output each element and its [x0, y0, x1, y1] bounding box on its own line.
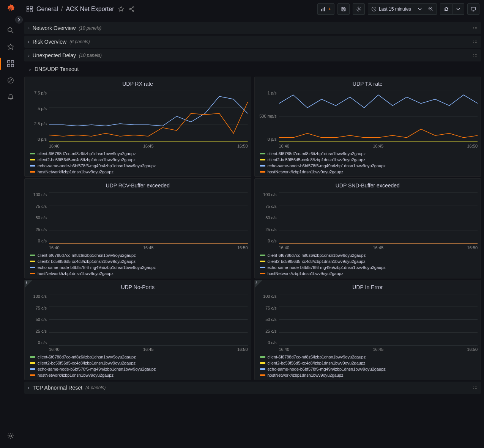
legend-swatch: [260, 165, 265, 167]
star-dashboard-button[interactable]: [117, 5, 125, 13]
drag-handle-icon[interactable]: [473, 54, 477, 57]
legend-item[interactable]: client2-bc59f56d5-xc4c8/izbp1dnsn1bwv9oy…: [30, 157, 248, 163]
sidebar-item-alerting[interactable]: [3, 90, 18, 105]
panel-udp-no-ports[interactable]: i UDP No-Ports 0 c/s25 c/s50 c/s75 c/s10…: [24, 280, 251, 380]
legend-item[interactable]: client-6f6788d7cc-mf8z6/izbp1dnsn1bwv9oy…: [30, 252, 248, 258]
svg-point-2: [8, 28, 12, 32]
legend-item[interactable]: echo-same-node-b6bf578f6-mg49n/izbp1dnsn…: [260, 264, 478, 270]
legend-label: client-6f6788d7cc-mf8z6/izbp1dnsn1bwv9oy…: [268, 151, 366, 156]
dashboard-settings-button[interactable]: [353, 3, 365, 15]
legend-item[interactable]: client-6f6788d7cc-mf8z6/izbp1dnsn1bwv9oy…: [30, 151, 248, 157]
legend-item[interactable]: client-6f6788d7cc-mf8z6/izbp1dnsn1bwv9oy…: [260, 151, 478, 157]
row-dns-udp-timeout[interactable]: ⌄ DNS/UDP Timeout: [24, 63, 481, 75]
sidebar-item-search[interactable]: [3, 23, 18, 38]
panel-udp-rx-rate[interactable]: UDP RX rate 0 p/s2.5 p/s5 p/s7.5 p/s 16:…: [24, 77, 251, 177]
sidebar-expand-toggle[interactable]: [15, 16, 23, 24]
legend-item[interactable]: client2-bc59f56d5-xc4c8/izbp1dnsn1bwv9oy…: [30, 360, 248, 366]
refresh-interval-picker[interactable]: [452, 3, 464, 15]
legend-item[interactable]: echo-same-node-b6bf578f6-mg49n/izbp1dnsn…: [30, 366, 248, 372]
legend-item[interactable]: hostNetwork/izbp1dnsn1bwv9oyu2gaupz: [30, 270, 248, 277]
legend-swatch: [260, 159, 265, 160]
svg-point-14: [129, 8, 131, 10]
y-axis: 0 c/s25 c/s50 c/s75 c/s100 c/s: [258, 294, 279, 346]
legend-swatch: [30, 362, 35, 364]
x-axis: 16:4016:4516:50: [49, 346, 248, 352]
chevron-down-icon: [456, 7, 460, 11]
row-title: Network Overview: [33, 25, 76, 31]
legend-item[interactable]: client2-bc59f56d5-xc4c8/izbp1dnsn1bwv9oy…: [260, 157, 478, 163]
svg-rect-11: [30, 6, 33, 8]
legend-item[interactable]: client2-bc59f56d5-xc4c8/izbp1dnsn1bwv9oy…: [260, 360, 478, 366]
legend: client-6f6788d7cc-mf8z6/izbp1dnsn1bwv9oy…: [258, 352, 478, 378]
save-icon: [341, 6, 346, 12]
add-panel-button[interactable]: +: [317, 3, 334, 15]
row-title: DNS/UDP Timeout: [35, 66, 79, 72]
svg-rect-27: [471, 7, 475, 10]
legend-swatch: [260, 171, 265, 173]
row-network-overview[interactable]: › Network Overview (10 panels): [24, 22, 481, 34]
svg-point-16: [132, 10, 134, 12]
legend-label: client2-bc59f56d5-xc4c8/izbp1dnsn1bwv9oy…: [268, 361, 366, 365]
chart-plot: [279, 294, 478, 346]
legend-item[interactable]: hostNetwork/izbp1dnsn1bwv9oyu2gaupz: [260, 372, 478, 378]
legend-item[interactable]: echo-same-node-b6bf578f6-mg49n/izbp1dnsn…: [260, 366, 478, 372]
legend-label: echo-same-node-b6bf578f6-mg49n/izbp1dnsn…: [268, 163, 386, 168]
chart-plot: [279, 192, 478, 244]
legend-item[interactable]: client-6f6788d7cc-mf8z6/izbp1dnsn1bwv9oy…: [260, 252, 478, 258]
svg-rect-13: [30, 9, 33, 12]
sidebar-item-explore[interactable]: [3, 73, 18, 88]
save-dashboard-button[interactable]: [337, 3, 350, 15]
panel-title: UDP SND-Buffer exceeded: [258, 181, 478, 192]
svg-point-8: [8, 78, 13, 83]
refresh-icon: [444, 6, 449, 12]
legend-item[interactable]: hostNetwork/izbp1dnsn1bwv9oyu2gaupz: [30, 372, 248, 378]
legend-item[interactable]: client-6f6788d7cc-mf8z6/izbp1dnsn1bwv9oy…: [260, 354, 478, 360]
sidebar-item-starred[interactable]: [3, 39, 18, 55]
grafana-logo[interactable]: [5, 3, 17, 15]
x-axis: 16:4016:4516:50: [279, 244, 478, 251]
chevron-right-icon: ›: [28, 39, 30, 44]
drag-handle-icon[interactable]: [473, 41, 477, 43]
svg-rect-5: [11, 61, 13, 63]
breadcrumb-folder[interactable]: General: [36, 6, 58, 13]
legend-item[interactable]: hostNetwork/izbp1dnsn1bwv9oyu2gaupz: [30, 169, 248, 175]
row-tcp-abnormal-reset[interactable]: › TCP Abnormal Reset (4 panels): [24, 382, 481, 394]
breadcrumb-apps-icon[interactable]: [26, 5, 33, 13]
legend-item[interactable]: echo-same-node-b6bf578f6-mg49n/izbp1dnsn…: [30, 264, 248, 270]
legend-item[interactable]: hostNetwork/izbp1dnsn1bwv9oyu2gaupz: [260, 169, 478, 175]
panel-udp-snd-buffer-exceeded[interactable]: UDP SND-Buffer exceeded 0 c/s25 c/s50 c/…: [254, 178, 481, 278]
panel-udp-tx-rate[interactable]: UDP TX rate 0 p/s500 mp/s1 p/s 16:4016:4…: [254, 77, 481, 177]
sidebar-item-configuration[interactable]: [3, 428, 18, 443]
monitor-icon: [471, 6, 476, 12]
zoom-out-button[interactable]: [425, 3, 437, 15]
legend-label: hostNetwork/izbp1dnsn1bwv9oyu2gaupz: [268, 373, 344, 377]
row-risk-overview[interactable]: › Risk Overview (6 panels): [24, 36, 481, 48]
row-unexpected-delay[interactable]: › Unexpected Delay (10 panels): [24, 49, 481, 61]
refresh-button[interactable]: [440, 3, 452, 15]
legend-label: client2-bc59f56d5-xc4c8/izbp1dnsn1bwv9oy…: [38, 259, 136, 264]
legend-swatch: [30, 267, 35, 268]
svg-rect-20: [323, 8, 323, 11]
time-range-picker[interactable]: Last 15 minutes: [368, 3, 425, 15]
dashboard-content: › Network Overview (10 panels) › Risk Ov…: [21, 18, 484, 448]
cycle-view-button[interactable]: [467, 3, 479, 15]
legend-item[interactable]: hostNetwork/izbp1dnsn1bwv9oyu2gaupz: [260, 270, 478, 277]
legend-item[interactable]: client2-bc59f56d5-xc4c8/izbp1dnsn1bwv9oy…: [260, 258, 478, 264]
legend-swatch: [30, 273, 35, 274]
row-meta: (10 panels): [79, 53, 102, 58]
legend-item[interactable]: echo-same-node-b6bf578f6-mg49n/izbp1dnsn…: [260, 163, 478, 169]
legend-swatch: [30, 171, 35, 173]
legend-label: client2-bc59f56d5-xc4c8/izbp1dnsn1bwv9oy…: [38, 361, 136, 365]
svg-point-9: [9, 435, 11, 437]
sidebar-item-dashboards[interactable]: [3, 56, 18, 71]
drag-handle-icon[interactable]: [473, 387, 477, 389]
panel-udp-in-error[interactable]: i UDP In Error 0 c/s25 c/s50 c/s75 c/s10…: [254, 280, 481, 380]
main: General / ACK Net Exporter + Last 15 min…: [21, 0, 484, 448]
legend-item[interactable]: client2-bc59f56d5-xc4c8/izbp1dnsn1bwv9oy…: [30, 258, 248, 264]
drag-handle-icon[interactable]: [473, 27, 477, 29]
legend-item[interactable]: client-6f6788d7cc-mf8z6/izbp1dnsn1bwv9oy…: [30, 354, 248, 360]
page-title[interactable]: ACK Net Exporter: [66, 6, 114, 13]
legend-item[interactable]: echo-same-node-b6bf578f6-mg49n/izbp1dnsn…: [30, 163, 248, 169]
share-dashboard-button[interactable]: [128, 5, 136, 13]
panel-udp-rcv-buffer-exceeded[interactable]: UDP RCV-Buffer exceeded 0 c/s25 c/s50 c/…: [24, 178, 251, 278]
